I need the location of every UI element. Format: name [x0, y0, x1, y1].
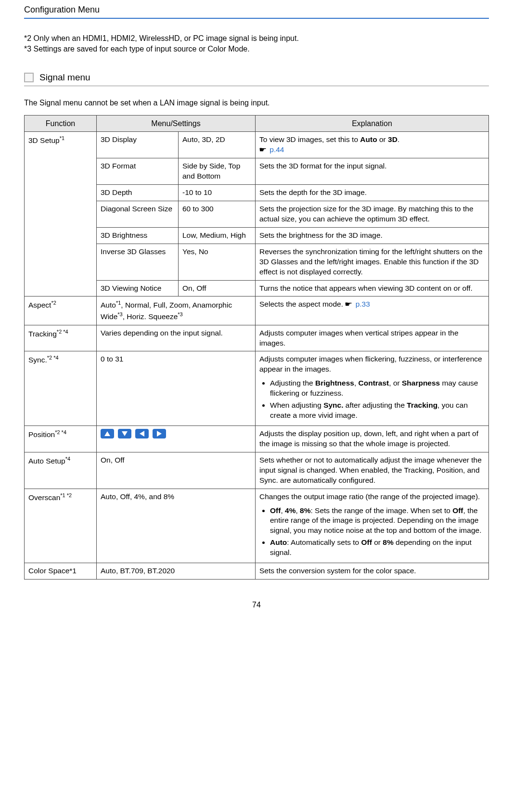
fn-tracking: Tracking*2 *4 [25, 325, 97, 351]
setting-diag-size: 60 to 300 [179, 201, 256, 227]
menu-3d-format: 3D Format [97, 158, 179, 185]
text: after adjusting the [344, 401, 407, 409]
fn-aspect-label: Aspect [28, 301, 51, 309]
fn-autosetup-sup: *4 [65, 456, 70, 462]
exp-sync: Adjusts computer images when flickering,… [256, 351, 489, 426]
menu-3d-notice: 3D Viewing Notice [97, 280, 179, 296]
text: . [398, 135, 399, 143]
exp-tracking: Adjusts computer images when vertical st… [256, 325, 489, 351]
exp-colorspace: Sets the conversion system for the color… [256, 563, 489, 580]
setting-colorspace: Auto, BT.709, BT.2020 [97, 563, 256, 580]
text: Selects the aspect mode. [259, 300, 345, 308]
table-row: Sync.*2 *4 0 to 31 Adjusts computer imag… [25, 351, 489, 426]
exp-3d-brightness: Sets the brightness for the 3D image. [256, 227, 489, 244]
exp-sync-list: Adjusting the Brightness, Contrast, or S… [259, 378, 485, 421]
setting-sync: 0 to 31 [97, 351, 256, 426]
text: When adjusting [270, 401, 323, 409]
text: : Sets the range of the image. When set … [310, 506, 452, 515]
text: , [354, 379, 359, 387]
svg-marker-1 [122, 431, 128, 436]
text-bold: Sync. [323, 401, 343, 409]
table-row: Auto Setup*4 On, Off Sets whether or not… [25, 452, 489, 489]
arrow-right-icon [153, 429, 166, 438]
fn-aspect-sup: *2 [51, 300, 56, 306]
signal-table: Function Menu/Settings Explanation 3D Se… [24, 115, 489, 580]
list-item: When adjusting Sync. after adjusting the… [270, 400, 485, 421]
exp-position: Adjusts the display position up, down, l… [256, 425, 489, 452]
setting-3d-depth: -10 to 10 [179, 185, 256, 201]
link-p44[interactable]: p.44 [269, 145, 284, 154]
text-sup: *1 [116, 300, 121, 306]
text: Adjusts computer images when flickering,… [259, 354, 485, 374]
section-title: Signal menu [39, 72, 90, 83]
table-row: Tracking*2 *4 Varies depending on the in… [25, 325, 489, 351]
setting-autosetup: On, Off [97, 452, 256, 489]
link-p33[interactable]: p.33 [356, 300, 370, 308]
text: or [372, 538, 383, 546]
list-item: Off, 4%, 8%: Sets the range of the image… [270, 506, 485, 536]
text: , Horiz. Squeeze [123, 312, 178, 321]
page-title: Configuration Menu [24, 5, 489, 19]
fn-3d-setup: 3D Setup*1 [25, 132, 97, 296]
fn-sync: Sync.*2 *4 [25, 351, 97, 426]
table-row: Aspect*2 Auto*1, Normal, Full, Zoom, Ana… [25, 296, 489, 325]
fn-colorspace: Color Space*1 [25, 563, 97, 580]
fn-position: Position*2 *4 [25, 425, 97, 452]
page-number: 74 [24, 601, 489, 609]
text-bold: Off [452, 506, 463, 515]
exp-aspect: Selects the aspect mode. ☛ p.33 [256, 296, 489, 325]
text-bold: 8% [383, 538, 393, 546]
exp-autosetup: Sets whether or not to automatically adj… [256, 452, 489, 489]
list-item: Auto: Automatically sets to Off or 8% de… [270, 538, 485, 558]
text-bold: 3D [388, 135, 398, 143]
text-sup: *3 [117, 311, 122, 317]
exp-3d-depth: Sets the depth for the 3D image. [256, 185, 489, 201]
footnote-3: *3 Settings are saved for each type of i… [24, 44, 489, 54]
section-bullet-icon [24, 73, 34, 82]
text: , [295, 506, 300, 515]
text-bold: 4% [285, 506, 295, 515]
col-function: Function [25, 115, 97, 132]
section-lead: The Signal menu cannot be set when a LAN… [24, 99, 489, 107]
pointer-icon: ☛ [259, 145, 267, 155]
pointer-icon: ☛ [345, 299, 352, 309]
table-row: Position*2 *4 [25, 425, 489, 452]
arrow-left-icon [135, 429, 149, 438]
setting-aspect: Auto*1, Normal, Full, Zoom, Anamorphic W… [97, 296, 256, 325]
text-bold: Off [361, 538, 372, 546]
text: Adjusting the [270, 379, 315, 387]
menu-3d-brightness: 3D Brightness [97, 227, 179, 244]
text-bold: 8% [300, 506, 310, 515]
menu-diag-size: Diagonal Screen Size [97, 201, 179, 227]
fn-overscan-label: Overscan [28, 493, 60, 502]
setting-3d-format: Side by Side, Top and Bottom [179, 158, 256, 185]
text: or [377, 135, 388, 143]
setting-inverse-3d: Yes, No [179, 244, 256, 280]
menu-3d-depth: 3D Depth [97, 185, 179, 201]
setting-3d-notice: On, Off [179, 280, 256, 296]
text: : Automatically sets to [287, 538, 361, 546]
footnote-2: *2 Only when an HDMI1, HDMI2, WirelessHD… [24, 33, 489, 44]
fn-tracking-sup: *2 *4 [57, 329, 68, 335]
fn-sync-label: Sync. [28, 356, 47, 364]
text-bold: Auto [270, 538, 287, 546]
text: , [281, 506, 285, 515]
fn-sync-sup: *2 *4 [47, 355, 59, 361]
table-row: Color Space*1 Auto, BT.709, BT.2020 Sets… [25, 563, 489, 580]
svg-marker-0 [104, 431, 110, 436]
text-bold: Contrast [359, 379, 389, 387]
svg-marker-2 [140, 431, 144, 437]
exp-inverse-3d: Reverses the synchronization timing for … [256, 244, 489, 280]
arrow-down-icon [118, 429, 131, 438]
fn-position-sup: *2 *4 [55, 429, 66, 435]
exp-diag-size: Sets the projection size for the 3D imag… [256, 201, 489, 227]
setting-position [97, 425, 256, 452]
fn-3d-setup-sup: *1 [60, 135, 64, 141]
col-explanation: Explanation [256, 115, 489, 132]
exp-3d-display: To view 3D images, set this to Auto or 3… [256, 132, 489, 158]
setting-tracking: Varies depending on the input signal. [97, 325, 256, 351]
exp-overscan-list: Off, 4%, 8%: Sets the range of the image… [259, 506, 485, 558]
section-header: Signal menu [24, 72, 489, 86]
fn-autosetup: Auto Setup*4 [25, 452, 97, 489]
menu-inverse-3d: Inverse 3D Glasses [97, 244, 179, 280]
